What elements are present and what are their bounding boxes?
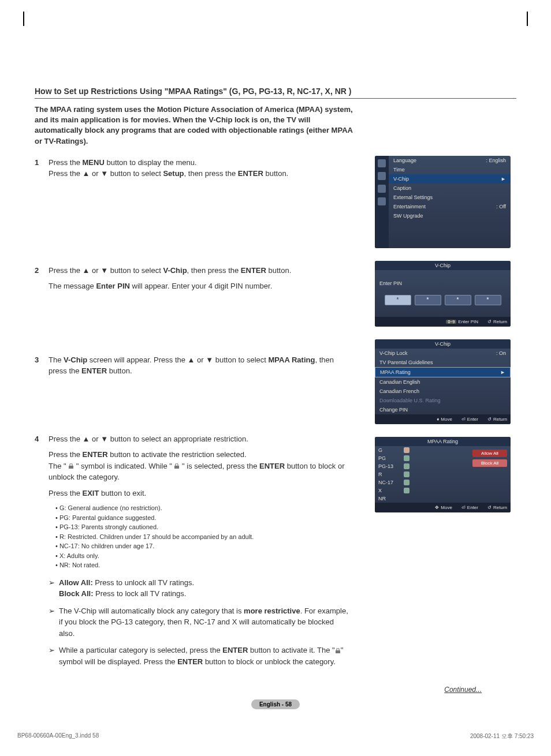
svg-rect-0 [69, 466, 73, 469]
osd-setup-menu: Setup Language: English Time V-Chip► Cap… [375, 156, 511, 248]
step-text: The V-Chip screen will appear. Press the… [49, 354, 349, 377]
step-text: The message Enter PIN will appear. Enter… [49, 280, 349, 292]
print-filename: BP68-00660A-00Eng_3.indd 58 [17, 732, 99, 740]
sidebar-icon [378, 185, 386, 193]
svg-rect-2 [336, 650, 340, 653]
note-item: Allow All: Press to unlock all TV rating… [59, 577, 349, 600]
allow-all-button: Allow All [472, 450, 507, 457]
osd-row: TV Parental Guidelines [375, 358, 511, 367]
osd-hint-move: ✥Move [435, 505, 452, 510]
step-number: 4 [35, 433, 49, 675]
osd-hint-enterpin: 0~9Enter PIN [446, 319, 478, 324]
mpaa-row: NR [375, 495, 472, 503]
osd-title: V-Chip [375, 339, 511, 349]
osd-title: MPAA Rating [375, 437, 511, 446]
lock-icon [404, 488, 409, 493]
step-text: Press the ▲ or ▼ button to select V-Chip… [49, 265, 349, 276]
osd-vchip-menu: V-Chip V-Chip Lock: On TV Parental Guide… [375, 339, 511, 424]
sidebar-icon [378, 159, 386, 167]
step-text: Press the MENU button to display the men… [49, 157, 349, 179]
osd-row-time: Time [389, 165, 511, 174]
lock-icon [335, 648, 341, 654]
mpaa-row: PG [375, 454, 472, 462]
pin-digit: * [445, 295, 471, 305]
section-title: How to Set up Restrictions Using "MPAA R… [35, 87, 516, 99]
lock-icon [174, 463, 180, 469]
osd-row-language: Language: English [389, 156, 511, 165]
osd-hint-return: ↺Return [487, 505, 507, 510]
sidebar-icon [378, 172, 386, 180]
lock-icon [404, 471, 409, 477]
crop-mark [23, 12, 24, 26]
osd-row-external: External Settings [389, 193, 511, 202]
intro-paragraph: The MPAA rating system uses the Motion P… [35, 104, 358, 147]
note-item: While a particular category is selected,… [59, 645, 349, 667]
lock-icon [404, 480, 409, 485]
page-footer: English - 58 [251, 699, 300, 709]
lock-open-icon [404, 447, 409, 453]
mpaa-row: X [375, 486, 472, 495]
mpaa-row: R [375, 470, 472, 478]
osd-hint-return: ↺Return [487, 417, 507, 422]
osd-row-vchip: V-Chip► [389, 174, 511, 184]
osd-hint-enter: ⏎Enter [461, 505, 478, 510]
osd-sidebar [375, 156, 389, 248]
osd-hint-return: ↺Return [487, 319, 507, 324]
step-number: 3 [35, 354, 49, 381]
osd-mpaa-rating: MPAA Rating G PG PG-13 R NC-17 X NR Allo… [375, 437, 511, 512]
osd-hint-move: ♦Move [437, 417, 452, 422]
osd-row: Change PIN [375, 405, 511, 414]
osd-hint-enter: ⏎Enter [461, 417, 478, 422]
osd-row: V-Chip Lock: On [375, 349, 511, 358]
sidebar-icon [378, 197, 386, 205]
block-all-button: Block All [472, 459, 507, 467]
rating-definitions: • G: General audience (no restriction). … [55, 503, 349, 570]
step-text: Press the ENTER button to activate the r… [49, 449, 349, 483]
pin-digit: * [385, 295, 411, 305]
osd-row-entertainment: Entertainment: Off [389, 202, 511, 211]
osd-row: Canadian French [375, 387, 511, 396]
mpaa-row: PG-13 [375, 462, 472, 470]
pin-digit: * [415, 295, 441, 305]
osd-title: V-Chip [375, 261, 511, 270]
svg-rect-1 [174, 466, 179, 469]
osd-enter-pin-label: Enter PIN [375, 270, 511, 288]
osd-row-swupgrade: SW Upgrade [389, 211, 511, 220]
step-text: Press the ▲ or ▼ button to select an app… [49, 433, 349, 445]
osd-enter-pin: V-Chip Enter PIN * * * * 0~9Enter PIN ↺R… [375, 261, 511, 327]
step-number: 2 [35, 265, 49, 297]
note-item: The V-Chip will automatically block any … [59, 605, 349, 639]
mpaa-row: G [375, 446, 472, 454]
step-text: Press the EXIT button to exit. [49, 488, 349, 499]
print-timestamp: 2008-02-11 오후 7:50:23 [470, 732, 534, 740]
step-number: 1 [35, 157, 49, 184]
lock-icon [404, 463, 409, 469]
lock-icon [68, 463, 74, 469]
crop-mark [527, 12, 528, 26]
continued-label: Continued... [35, 686, 482, 694]
osd-row-disabled: Downloadable U.S. Rating [375, 396, 511, 405]
lock-icon [404, 455, 409, 461]
osd-row: Canadian English [375, 377, 511, 387]
mpaa-row: NC-17 [375, 478, 472, 486]
osd-row-caption: Caption [389, 184, 511, 193]
pin-digit: * [475, 295, 501, 305]
osd-row-selected: MPAA Rating► [375, 367, 511, 377]
